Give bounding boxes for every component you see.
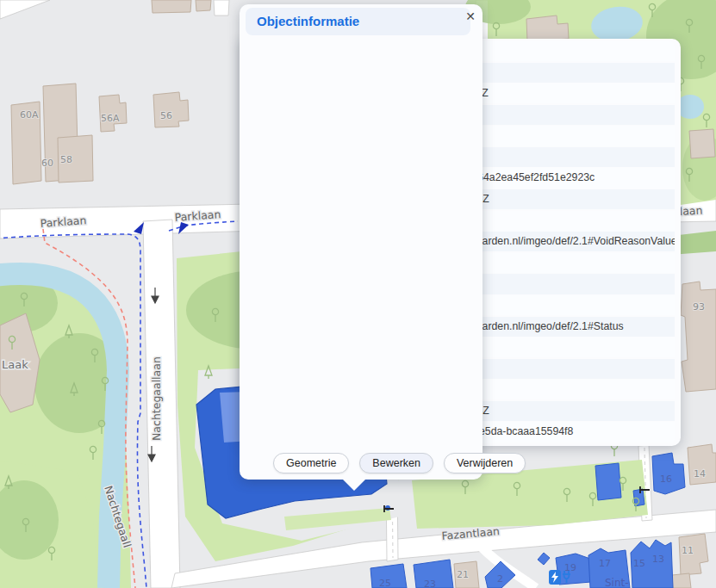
house-number: 13 (652, 554, 664, 565)
street-label-sint: Sint- (605, 577, 629, 588)
popup-actions: Geometrie Bewerken Verwijderen (273, 453, 526, 473)
street-label-nachtegaallaan: Nachtegaallaan (150, 356, 163, 441)
house-number: 16 (660, 473, 672, 485)
objectinfo-popup: Objectinformatie ✕ Geometrie Bewerken Ve… (240, 4, 483, 480)
popup-header: Objectinformatie (246, 8, 470, 35)
map-application: Parklaan Parklaan laan Nachtegaallaan Na… (0, 0, 716, 588)
house-number: 56 (160, 110, 172, 121)
popup-tail (341, 478, 367, 491)
house-number: 14 (694, 468, 706, 480)
house-number: 17 (599, 558, 611, 569)
house-number: 19 (564, 562, 576, 573)
house-number: 15 (633, 558, 645, 569)
building-label-laak: Laak (2, 358, 28, 371)
house-number: 60 (41, 158, 53, 169)
street-label-parklaan-east: laan (679, 204, 702, 218)
house-number: 23 (424, 579, 436, 588)
popup-title: Objectinformatie (246, 8, 470, 35)
house-number: 93 (693, 301, 705, 313)
road-stub-north (214, 0, 229, 15)
verwijderen-button[interactable]: Verwijderen (444, 453, 526, 473)
house-number: 56A (101, 113, 120, 124)
house-number: 11 (682, 545, 694, 556)
house-number: 25 (379, 578, 391, 588)
house-number: 21 (457, 569, 469, 580)
bewerken-button[interactable]: Bewerken (359, 453, 433, 473)
house-number: 60A (20, 109, 39, 121)
house-number: 58 (60, 154, 72, 165)
close-icon[interactable]: ✕ (464, 9, 477, 24)
geometrie-button[interactable]: Geometrie (273, 453, 349, 473)
house-number: 2 (497, 573, 503, 585)
